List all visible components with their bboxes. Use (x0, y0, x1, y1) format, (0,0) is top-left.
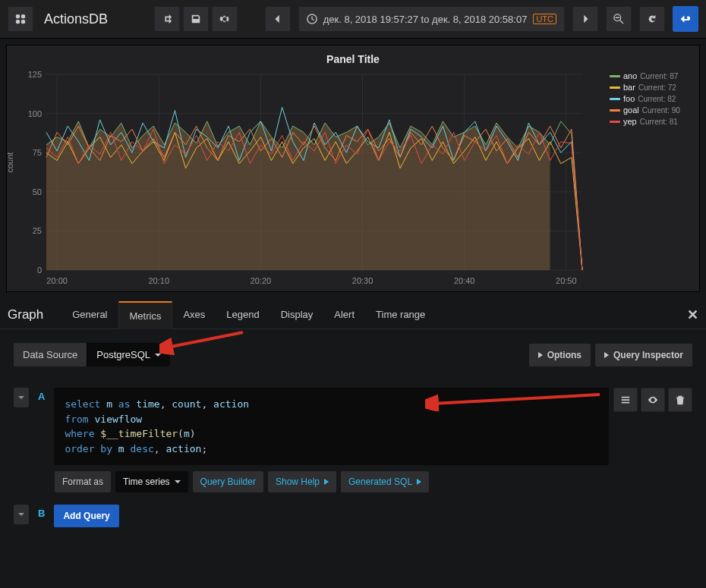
refresh-icon[interactable] (639, 6, 665, 32)
chart-plot[interactable]: 025507510012520:0020:1020:2020:3020:4020… (13, 68, 605, 288)
panel-title: Panel Title (13, 50, 693, 68)
query-builder-button[interactable]: Query Builder (193, 471, 263, 492)
format-as-label: Format as (55, 471, 111, 492)
tab-axes[interactable]: Axes (172, 301, 216, 329)
svg-text:50: 50 (33, 187, 42, 197)
grafana-logo-icon[interactable] (8, 6, 33, 32)
time-range-text: дек. 8, 2018 19:57:27 to дек. 8, 2018 20… (323, 14, 528, 25)
svg-rect-2 (16, 20, 20, 24)
gear-icon[interactable] (212, 6, 238, 32)
tab-general[interactable]: General (61, 301, 118, 329)
time-prev-icon[interactable] (265, 6, 291, 32)
panel-type-label: Graph (8, 307, 43, 322)
svg-text:0: 0 (37, 266, 42, 275)
svg-text:20:40: 20:40 (454, 276, 475, 285)
dashboard-title[interactable]: ActionsDB (44, 11, 108, 27)
tab-time-range[interactable]: Time range (365, 301, 436, 329)
tab-display[interactable]: Display (270, 301, 324, 329)
legend-item-goal[interactable]: goal Current: 90 (610, 105, 693, 115)
zoom-out-icon[interactable] (606, 6, 632, 32)
time-range-picker[interactable]: дек. 8, 2018 19:57:27 to дек. 8, 2018 20… (298, 6, 565, 32)
svg-rect-0 (16, 14, 20, 18)
svg-rect-3 (21, 20, 25, 24)
svg-rect-1 (21, 14, 25, 18)
svg-text:25: 25 (33, 226, 42, 235)
tab-metrics[interactable]: Metrics (118, 301, 173, 329)
back-button[interactable] (673, 6, 698, 32)
generated-sql-button[interactable]: Generated SQL (341, 471, 429, 492)
query-letter-a: A (33, 388, 49, 405)
options-button[interactable]: Options (529, 344, 591, 366)
tab-legend[interactable]: Legend (216, 301, 269, 329)
svg-text:75: 75 (33, 148, 42, 157)
time-next-icon[interactable] (572, 6, 598, 32)
legend-item-ano[interactable]: ano Current: 87 (610, 71, 693, 80)
close-editor-icon[interactable]: ✕ (687, 307, 698, 323)
svg-text:125: 125 (28, 70, 42, 79)
delete-query-icon[interactable] (668, 388, 692, 412)
show-help-button[interactable]: Show Help (268, 471, 336, 492)
svg-text:20:50: 20:50 (556, 276, 577, 285)
svg-text:20:20: 20:20 (251, 276, 272, 285)
collapse-query-a[interactable] (14, 388, 29, 407)
svg-text:100: 100 (28, 109, 42, 118)
legend-item-yep[interactable]: yep Current: 81 (610, 117, 693, 126)
datasource-select[interactable]: PostgreSQL (87, 343, 170, 366)
share-icon[interactable] (154, 6, 180, 32)
query-letter-b: B (33, 505, 49, 522)
legend-item-foo[interactable]: foo Current: 82 (610, 94, 693, 103)
add-query-button[interactable]: Add Query (54, 505, 118, 527)
save-icon[interactable] (183, 6, 209, 32)
svg-text:20:00: 20:00 (46, 276, 68, 285)
collapse-query-b[interactable] (14, 505, 29, 524)
query-inspector-button[interactable]: Query Inspector (595, 344, 692, 366)
svg-text:20:10: 20:10 (148, 276, 169, 285)
sql-editor[interactable]: select m as time, count, action from vie… (54, 388, 609, 465)
toggle-visibility-icon[interactable] (641, 388, 665, 412)
chart-legend: ano Current: 87bar Current: 72foo Curren… (605, 68, 693, 288)
legend-item-bar[interactable]: bar Current: 72 (610, 83, 693, 92)
svg-text:20:30: 20:30 (352, 276, 373, 285)
utc-badge: UTC (533, 14, 556, 24)
tab-alert[interactable]: Alert (323, 301, 365, 329)
datasource-label: Data Source (14, 343, 87, 366)
format-select[interactable]: Time series (115, 471, 188, 492)
query-menu-icon[interactable] (613, 388, 638, 412)
